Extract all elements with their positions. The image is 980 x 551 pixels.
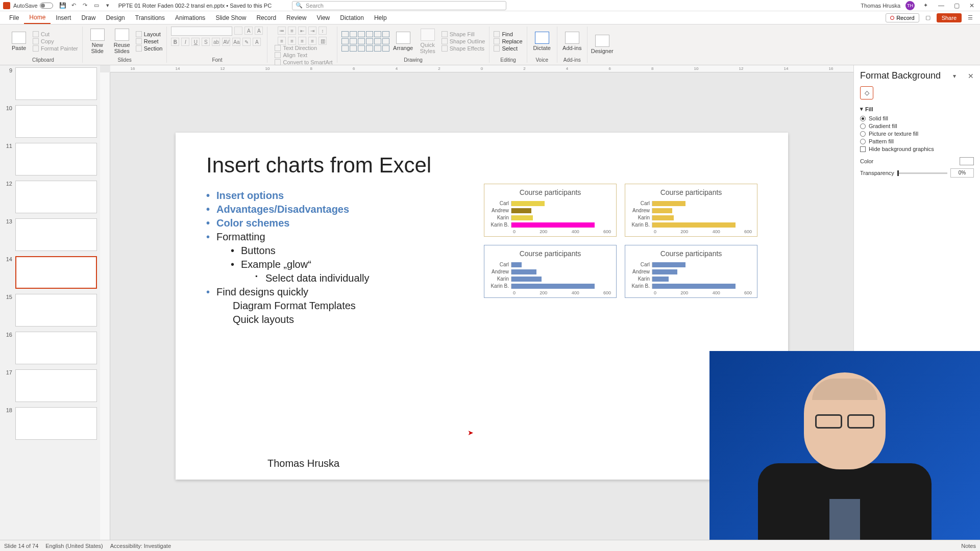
thumbnail-17[interactable]: 17 [3, 369, 97, 402]
numbering-button[interactable]: ≡ [288, 27, 296, 35]
thumb-preview[interactable] [15, 256, 97, 289]
justify-button[interactable]: ≡ [308, 37, 316, 45]
shadow-button[interactable]: ab [212, 38, 220, 46]
slide-footer[interactable]: Thomas Hruska [267, 458, 339, 469]
save-icon[interactable]: 💾 [58, 1, 67, 10]
pattern-fill-radio[interactable]: Pattern fill [860, 138, 974, 144]
new-slide-button[interactable]: New Slide [87, 29, 108, 54]
designer-button[interactable]: Designer [592, 35, 613, 54]
align-center-button[interactable]: ≡ [288, 37, 296, 45]
shrink-font-icon[interactable]: A [255, 27, 263, 35]
bold-button[interactable]: B [171, 38, 179, 46]
picture-fill-radio[interactable]: Picture or texture fill [860, 131, 974, 137]
shape-outline-button[interactable]: Shape Outline [442, 38, 485, 44]
tab-draw[interactable]: Draw [76, 12, 101, 23]
shape-fill-button[interactable]: Shape Fill [442, 31, 485, 37]
italic-button[interactable]: I [181, 38, 189, 46]
smartart-button[interactable]: Convert to SmartArt [275, 59, 332, 65]
thumbnail-13[interactable]: 13 [3, 218, 97, 251]
undo-icon[interactable]: ↶ [69, 1, 79, 10]
cut-button[interactable]: Cut [33, 31, 78, 37]
qat-more-icon[interactable]: ▾ [103, 1, 112, 10]
thumbnail-15[interactable]: 15 [3, 294, 97, 327]
close-pane-button[interactable]: ✕ [968, 72, 974, 80]
tab-file[interactable]: File [4, 12, 24, 23]
arrange-button[interactable]: Arrange [393, 32, 414, 51]
align-right-button[interactable]: ≡ [298, 37, 306, 45]
comments-icon[interactable]: ☰ [966, 13, 975, 22]
thumb-preview[interactable] [15, 143, 97, 176]
tab-design[interactable]: Design [101, 12, 130, 23]
spacing-button[interactable]: AV [222, 38, 230, 46]
replace-button[interactable]: Replace [494, 38, 522, 44]
minimize-button[interactable]: — [936, 2, 946, 9]
fill-section[interactable]: ▾Fill [860, 106, 974, 112]
reuse-slides-button[interactable]: Reuse Slides [111, 29, 133, 54]
thumb-preview[interactable] [15, 369, 97, 402]
thumb-preview[interactable] [15, 181, 97, 213]
user-avatar[interactable]: TH [905, 1, 915, 10]
tab-record[interactable]: Record [251, 12, 281, 23]
slide-title[interactable]: Insert charts from Excel [206, 153, 757, 178]
thumbnail-12[interactable]: 12 [3, 181, 97, 213]
thumbnail-18[interactable]: 18 [3, 407, 97, 440]
chart-3[interactable]: Course participantsCarlAndrewKarinKarin … [484, 245, 617, 298]
font-family-select[interactable] [171, 27, 232, 36]
toggle-pill[interactable] [40, 3, 53, 9]
solid-fill-radio[interactable]: Solid fill [860, 115, 974, 121]
chevron-down-icon[interactable]: ▾ [953, 72, 956, 80]
chart-4[interactable]: Course participantsCarlAndrewKarinKarin … [625, 245, 757, 298]
tab-insert[interactable]: Insert [51, 12, 76, 23]
addins-button[interactable]: Add-ins [561, 32, 583, 51]
font-size-select[interactable] [234, 27, 242, 35]
thumb-preview[interactable] [15, 67, 97, 100]
slide-counter[interactable]: Slide 14 of 74 [4, 543, 38, 549]
find-button[interactable]: Find [494, 31, 522, 37]
tab-view[interactable]: View [311, 12, 335, 23]
columns-button[interactable]: ▥ [318, 37, 327, 45]
record-button[interactable]: Record [886, 13, 919, 22]
thumbnail-10[interactable]: 10 [3, 105, 97, 138]
case-button[interactable]: Aa [232, 38, 240, 46]
tab-animations[interactable]: Animations [170, 12, 210, 23]
copy-button[interactable]: Copy [33, 38, 78, 44]
maximize-button[interactable]: ▢ [951, 2, 962, 9]
align-left-button[interactable]: ≡ [278, 37, 286, 45]
align-text-button[interactable]: Align Text [275, 52, 332, 58]
thumbnail-16[interactable]: 16 [3, 332, 97, 364]
underline-button[interactable]: U [191, 38, 200, 46]
from-beginning-icon[interactable]: ▭ [92, 1, 101, 10]
gradient-fill-radio[interactable]: Gradient fill [860, 123, 974, 129]
tab-review[interactable]: Review [281, 12, 311, 23]
fill-tab-icon[interactable]: ◇ [860, 86, 873, 99]
grow-font-icon[interactable]: A [244, 27, 253, 35]
font-color-button[interactable]: A [253, 38, 261, 46]
tab-transitions[interactable]: Transitions [130, 12, 170, 23]
thumb-preview[interactable] [15, 105, 97, 138]
format-painter-button[interactable]: Format Painter [33, 45, 78, 52]
indent-dec-button[interactable]: ⇤ [298, 27, 306, 35]
tab-home[interactable]: Home [24, 12, 51, 24]
quick-styles-button[interactable]: Quick Styles [417, 29, 438, 54]
transparency-slider[interactable] [897, 172, 947, 174]
share-button[interactable]: Share [937, 13, 962, 22]
reset-button[interactable]: Reset [136, 38, 163, 44]
tab-slideshow[interactable]: Slide Show [210, 12, 251, 23]
tab-dictation[interactable]: Dictation [335, 12, 369, 23]
highlight-button[interactable]: ✎ [242, 38, 251, 46]
embedded-charts[interactable]: Course participantsCarlAndrewKarinKarin … [484, 184, 757, 298]
bullet-5b[interactable]: Quick layouts [231, 314, 757, 325]
thumb-preview[interactable] [15, 332, 97, 364]
slide-canvas[interactable]: Insert charts from Excel Insert options … [176, 133, 788, 480]
notes-button[interactable]: Notes [961, 543, 976, 549]
strike-button[interactable]: S [202, 38, 210, 46]
line-spacing-button[interactable]: ↕ [318, 27, 327, 35]
redo-icon[interactable]: ↷ [81, 1, 90, 10]
bullet-5a[interactable]: Diagram Format Templates [231, 300, 757, 312]
select-button[interactable]: Select [494, 45, 522, 52]
thumb-preview[interactable] [15, 218, 97, 251]
present-icon[interactable]: ▢ [923, 13, 933, 22]
transparency-value[interactable]: 0% [950, 168, 974, 178]
chart-2[interactable]: Course participantsCarlAndrewKarinKarin … [625, 184, 757, 237]
autosave-toggle[interactable]: AutoSave [13, 3, 53, 9]
